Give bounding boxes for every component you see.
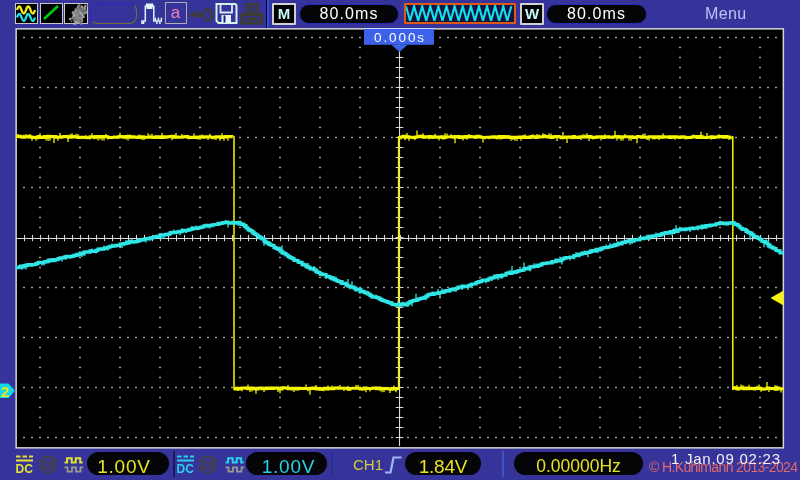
svg-text:CH1: CH1 xyxy=(353,456,383,473)
svg-text:1 Jan.09 02:23: 1 Jan.09 02:23 xyxy=(671,450,781,467)
svg-text:2: 2 xyxy=(1,383,9,399)
svg-text:0.000s: 0.000s xyxy=(374,30,426,45)
svg-text:DC: DC xyxy=(16,462,34,476)
svg-text:DC: DC xyxy=(177,462,195,476)
svg-text:W: W xyxy=(525,5,540,22)
svg-text:Menu: Menu xyxy=(705,5,747,22)
svg-text:20: 20 xyxy=(41,458,55,472)
svg-text:M: M xyxy=(277,5,290,22)
svg-text:a: a xyxy=(171,3,181,22)
svg-text:20: 20 xyxy=(201,458,215,472)
